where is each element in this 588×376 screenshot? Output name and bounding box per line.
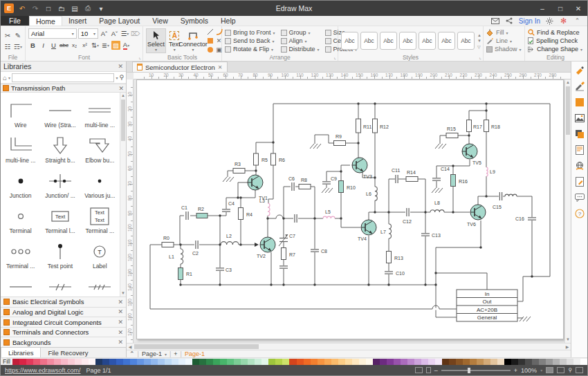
library-shape-elbow-bu[interactable]: Elbow bu... [80,129,120,164]
arrange-align[interactable]: Align▾ [281,37,320,44]
circuit-component-L7[interactable]: L7 [380,224,392,238]
line-spacing-icon[interactable]: ⇅▾ [91,41,100,50]
library-shape-wire-stra[interactable]: Wire (Stra... [40,94,80,129]
color-swatch[interactable] [428,359,435,365]
circuit-component-R18[interactable]: R18 [484,120,500,132]
color-swatch[interactable] [61,359,68,365]
color-swatch[interactable] [234,359,241,365]
rectangle-tool-icon[interactable] [206,37,214,45]
hyperlink-icon[interactable] [574,160,585,171]
style-preset-5[interactable]: Abc [419,32,436,50]
open-icon[interactable]: 🗀 [57,3,66,13]
library-shape-multi-line[interactable]: multi-line ... [1,129,40,164]
circuit-component-L8[interactable]: L8 [430,200,444,212]
circuit-component-R9[interactable]: R9 [334,134,346,146]
color-swatch[interactable] [165,359,172,365]
library-shape-terminal-l[interactable]: TextTerminal l... [40,200,80,235]
library-section-basic-electrical-symbols[interactable]: Basic Electrical Symbols✕ [1,297,126,307]
color-swatch[interactable] [490,359,497,365]
circuit-component-C9[interactable]: C9 [322,176,337,184]
sign-in-link[interactable]: Sign In [519,17,540,25]
color-swatch[interactable] [345,359,352,365]
color-swatch[interactable] [373,359,380,365]
color-swatch[interactable] [137,359,144,365]
color-swatch[interactable] [366,359,373,365]
color-swatch[interactable] [248,359,255,365]
library-shape-terminal[interactable]: TextTextTerminal ... [80,200,120,235]
arrange-dialog-launcher-icon[interactable]: ⌞ [334,55,336,60]
circuit-component-R6[interactable]: R6 [271,153,286,165]
color-swatch[interactable] [158,359,165,365]
library-shape-straight-b[interactable]: Straight b... [40,129,80,164]
color-swatch[interactable] [82,359,89,365]
search-icon[interactable]: ⚲ [119,74,124,81]
section-close-icon[interactable]: ✕ [118,319,123,326]
page-select[interactable]: Page-1 [142,350,162,357]
circuit-wires[interactable] [150,104,550,318]
library-section-analog-and-digital-logic[interactable]: Analog and Digital Logic✕ [1,307,126,317]
zoom-level[interactable]: 100% [521,367,537,374]
scroll-right-icon[interactable]: ▶ [564,344,571,349]
redo-icon[interactable]: ↷ [30,3,40,13]
menu-tab-file[interactable]: File [1,16,29,26]
circuit-component-R10[interactable]: R10 [339,181,356,193]
color-swatch[interactable] [102,359,109,365]
home-icon[interactable]: ⌂ [3,74,7,82]
styles-up-icon[interactable]: ▲ [477,33,481,37]
new-document-icon[interactable]: □ [44,3,53,13]
circuit-component-R16[interactable]: R16 [451,175,468,187]
color-swatch[interactable] [213,359,220,365]
color-swatch[interactable] [518,359,525,365]
color-swatch[interactable] [33,359,40,365]
drawing-viewport[interactable]: TV1TV2TV3TV4TV5TV6R0R1R2R3R4R5R6R7R8R9R1… [134,79,564,343]
circuit-component-L9[interactable]: L9 [486,167,495,176]
color-swatch[interactable] [220,359,227,365]
color-swatch[interactable] [414,359,421,365]
color-swatch[interactable] [463,359,470,365]
library-shape-transmiss[interactable]: Transmiss... [1,270,40,297]
reading-view-icon[interactable] [557,367,564,373]
circuit-component-R7[interactable]: R7 [282,248,296,260]
color-swatch[interactable] [511,359,518,365]
circuit-component-R17[interactable]: R17 [467,120,482,132]
tab-file-recovery[interactable]: File Recovery [41,348,95,357]
close-button[interactable]: ✕ [569,1,587,16]
change-shape-button[interactable]: Change Shape▾ [528,46,583,53]
circuit-component-R12[interactable]: R12 [373,119,389,133]
color-swatch[interactable] [407,359,414,365]
circuit-component-cap[interactable] [279,266,288,268]
style-preset-3[interactable]: Abc [380,32,397,50]
menu-tab-page-layout[interactable]: Page Layout [93,16,146,26]
circuit-component-TV4[interactable]: TV4 [358,220,376,241]
scroll-up-icon[interactable]: ▲ [565,79,571,86]
circuit-component-gnd[interactable] [223,177,234,182]
color-swatch[interactable] [185,359,192,365]
arrange-rotate-flip[interactable]: Rotate & Flip▾ [225,46,275,53]
scrollbar-thumb[interactable] [121,100,125,141]
color-swatch[interactable] [289,359,296,365]
color-swatch[interactable] [504,359,511,365]
hscroll-thumb[interactable] [134,344,259,349]
color-swatch[interactable] [255,359,261,365]
color-swatch[interactable] [311,359,318,365]
color-swatch[interactable] [116,359,123,365]
document-tab-close-icon[interactable]: ✕ [218,64,223,70]
color-swatch[interactable] [525,359,532,365]
color-swatch[interactable] [442,359,449,365]
circuit-component-TV2[interactable]: TV2 [257,237,275,258]
library-shape-transmiss[interactable]: Transmiss... [40,270,80,297]
circuit-component-C3[interactable]: C3 [216,267,232,272]
menu-tab-help[interactable]: Help [214,16,242,26]
print-icon[interactable]: ⎙ [83,3,93,13]
line-tool-icon[interactable] [206,28,214,36]
font-size-select[interactable]: 10▾ [78,28,98,39]
scroll-down-icon[interactable]: ▼ [120,290,126,297]
circuit-component-TV3[interactable]: TV3 [352,158,372,179]
theme-icon[interactable] [574,65,585,76]
color-swatch[interactable] [449,359,456,365]
circuit-component-gnd[interactable] [432,188,443,193]
edraw-logo-icon[interactable]: E [4,3,14,13]
circuit-component-ind[interactable] [505,194,517,196]
font-family-select[interactable]: Arial▾ [28,28,77,39]
color-swatch[interactable] [318,359,324,365]
